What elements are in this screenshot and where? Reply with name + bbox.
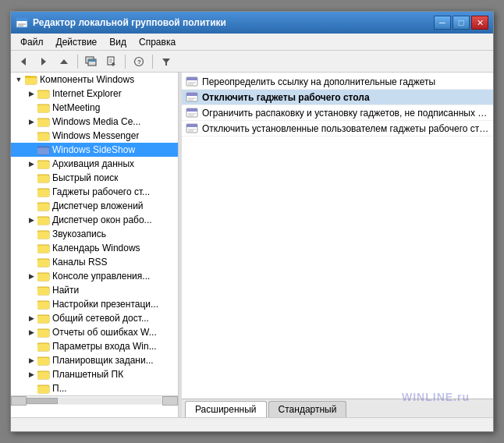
tree-label-tablet: Планшетный ПК [52,369,123,380]
minimize-button[interactable]: ─ [434,16,451,30]
expander-tasksch[interactable]: ▶ [25,354,37,367]
tree-item-arch[interactable]: ▶ Архивация данных [11,157,178,171]
tree-item-present[interactable]: ▶ Настройки презентаци... [11,297,178,311]
toolbar-sep-3 [152,55,153,69]
tree-item-network[interactable]: ▶ Общий сетевой дост... [11,311,178,325]
forward-button[interactable] [34,53,53,70]
expander-network[interactable]: ▶ [25,312,37,324]
tree-label-winmgr: Диспетчер окон рабо... [52,214,152,225]
close-button[interactable]: ✕ [471,16,488,30]
folder-icon [37,214,50,225]
tree-label-search: Быстрый поиск [52,172,118,183]
policy-row-1[interactable]: Переопределить ссылку на дополнительные … [182,74,493,90]
tree-item-find[interactable]: ▶ Найти [11,283,178,297]
maximize-button[interactable]: □ [453,16,470,30]
tabs-bar: Расширенный Стандартный [182,399,493,417]
folder-icon [37,243,50,253]
policy-icon-2 [185,91,199,104]
policy-row-4[interactable]: Отключить установленные пользователем га… [182,121,493,136]
folder-icon [37,229,50,239]
policy-row-3[interactable]: Ограничить распаковку и установку гаджет… [182,105,493,121]
expander-arch[interactable]: ▶ [25,158,37,170]
tree-item-calendar[interactable]: ▶ Календарь Windows [11,241,178,255]
window-title: Редактор локальной групповой политики [33,17,434,28]
menubar: Файл Действие Вид Справка [11,34,493,51]
tree-item-search[interactable]: ▶ Быстрый поиск [11,171,178,185]
svg-rect-48 [186,93,197,96]
tree-item-more[interactable]: ▶ П... [11,381,178,395]
expander-ie[interactable]: ▶ [25,87,37,100]
folder-icon [25,74,37,85]
tree-label-present: Настройки презентаци... [52,299,158,310]
tree-item-taskmgr[interactable]: ▶ Диспетчер вложений [11,199,178,213]
toolbar: ? [11,51,493,73]
tab-standard[interactable]: Стандартный [268,401,347,417]
tree-item-winmgr[interactable]: ▶ Диспетчер окон рабо... [11,213,178,227]
tree-label-ie: Internet Explorer [52,88,122,99]
tree-label-wm: Windows Messenger [52,130,139,141]
scroll-left-btn[interactable] [11,396,27,406]
expander-tablet[interactable]: ▶ [25,368,37,381]
tree-label-wmc: Windows Media Ce... [52,116,140,127]
folder-icon [37,130,50,141]
folder-icon [37,257,50,268]
tree-item-wss[interactable]: ▶ Windows SideShow [11,143,178,157]
tree-item-wmc[interactable]: ▶ Windows Media Ce... [11,115,178,129]
policy-label-4: Отключить установленные пользователем га… [202,123,490,134]
tree-item-ie[interactable]: ▶ Internet Explorer [11,87,178,101]
tree-item-components[interactable]: ▼ Компоненты Windows [11,73,178,87]
tree-item-netmeeting[interactable]: ▶ NetMeeting [11,101,178,115]
title-icon [16,16,28,29]
svg-rect-52 [186,108,197,112]
tree-label-more: П... [52,383,67,394]
menu-view[interactable]: Вид [103,35,133,49]
tree-item-logon[interactable]: ▶ Параметры входа Win... [11,339,178,353]
show-hide-button[interactable] [82,53,101,70]
menu-file[interactable]: Файл [14,35,50,49]
tree-item-errors[interactable]: ▶ Отчеты об ошибках W... [11,325,178,339]
tree-label-find: Найти [52,285,79,296]
expander-components[interactable]: ▼ [12,73,25,86]
tree-item-rss[interactable]: ▶ Каналы RSS [11,255,178,269]
menu-action[interactable]: Действие [50,35,104,49]
back-button[interactable] [14,53,33,70]
policy-label-2: Отключить гаджеты рабочего стола [202,92,370,103]
expander-wmc[interactable]: ▶ [25,115,37,128]
left-scrollbar[interactable] [11,395,178,405]
expander-errors[interactable]: ▶ [25,326,37,338]
help-button[interactable]: ? [130,53,148,70]
tree-label-arch: Архивация данных [52,158,134,169]
tree-label-network: Общий сетевой дост... [52,313,149,324]
tree-item-tablet[interactable]: ▶ Планшетный ПК [11,367,178,381]
policy-label-3: Ограничить распаковку и установку гаджет… [202,108,490,119]
folder-icon-wss [37,144,50,155]
scroll-right-btn[interactable] [162,396,178,406]
right-panel: Переопределить ссылку на дополнительные … [182,73,493,417]
expander-winmgr[interactable]: ▶ [25,214,37,226]
title-bar: Редактор локальной групповой политики ─ … [11,12,493,34]
tree-item-wm[interactable]: ▶ Windows Messenger [11,129,178,143]
svg-rect-9 [88,59,96,62]
menu-help[interactable]: Справка [133,35,182,49]
tree-label-gadgets: Гаджеты рабочего ст... [52,186,150,197]
tree-label-netmeeting: NetMeeting [52,102,100,113]
up-button[interactable] [55,53,73,70]
svg-marker-5 [41,58,46,66]
folder-icon [37,158,50,169]
expander-console[interactable]: ▶ [25,270,37,282]
tree-item-console[interactable]: ▶ Консоле управления... [11,269,178,283]
scroll-thumb[interactable] [27,398,58,404]
scroll-track[interactable] [27,398,162,404]
filter-button[interactable] [157,53,176,70]
svg-rect-44 [186,77,197,80]
tree-label-errors: Отчеты об ошибках W... [52,327,157,338]
tree-label-logon: Параметры входа Win... [52,341,157,352]
tree-item-recorder[interactable]: ▶ Звукозапись [11,227,178,241]
export-button[interactable] [102,53,121,70]
window-controls: ─ □ ✕ [434,16,488,30]
tree-item-tasksch[interactable]: ▶ Планировщик задани... [11,353,178,367]
tab-extended[interactable]: Расширенный [185,401,267,417]
tree-item-gadgets[interactable]: ▶ Гаджеты рабочего ст... [11,185,178,199]
policy-row-2[interactable]: Отключить гаджеты рабочего стола [182,90,493,105]
tree-label-rss: Каналы RSS [52,257,108,268]
